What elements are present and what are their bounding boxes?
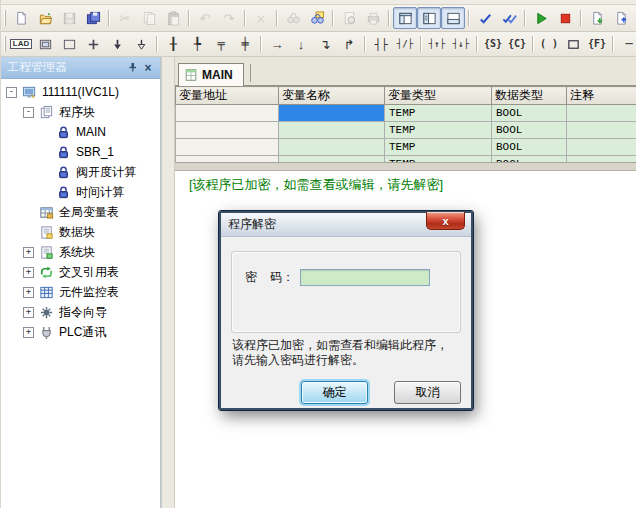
tree-item-program-valve-opening-calc[interactable]: 阀开度计算 xyxy=(1,162,160,182)
toolbar-grip[interactable] xyxy=(4,36,6,52)
insert-network-button[interactable]: ╄ xyxy=(185,33,209,55)
line-down-button[interactable]: ↓ xyxy=(289,33,313,55)
cancel-button[interactable]: 取消 xyxy=(394,381,461,404)
coil-button[interactable]: ( ) xyxy=(537,33,561,55)
down-arrow-outline-button[interactable] xyxy=(129,33,153,55)
pin-icon[interactable] xyxy=(124,60,140,75)
lad-mode-button[interactable]: LAD xyxy=(9,33,33,55)
set-instruction-button[interactable]: {S} xyxy=(481,33,505,55)
function-block-button[interactable] xyxy=(561,33,585,55)
f-instruction-button[interactable]: {F} xyxy=(585,33,609,55)
table-cell[interactable]: BOOL xyxy=(492,156,567,164)
column-header[interactable]: 注释 xyxy=(567,87,636,105)
new-icon xyxy=(14,11,29,26)
stop-button[interactable] xyxy=(553,7,577,29)
toggle-info-window-button[interactable] xyxy=(417,7,441,29)
tree-item-program-time-calc[interactable]: 时间计算 xyxy=(1,182,160,202)
table-cell[interactable]: BOOL xyxy=(492,122,567,139)
table-cell[interactable]: TEMP xyxy=(385,122,492,139)
collapse-icon[interactable]: - xyxy=(6,87,17,98)
insert-row-button[interactable]: ╂ xyxy=(161,33,185,55)
line-right-button[interactable]: → xyxy=(265,33,289,55)
count-instruction-button[interactable]: {C} xyxy=(505,33,529,55)
tree-item-global-variable-table[interactable]: 全局变量表 xyxy=(1,202,160,222)
table-cell[interactable] xyxy=(176,105,279,122)
contact-nc-button[interactable]: ┤/├ xyxy=(393,33,417,55)
table-cell[interactable]: BOOL xyxy=(492,105,567,122)
dialog-close-icon[interactable]: x xyxy=(426,212,465,230)
toggle-project-window-button[interactable] xyxy=(393,7,417,29)
table-cell[interactable] xyxy=(176,139,279,156)
contact-falling-button[interactable]: ┤↓├ xyxy=(449,33,473,55)
column-header[interactable]: 变量地址 xyxy=(176,87,279,105)
find-replace-button[interactable] xyxy=(305,7,329,29)
toolbar-grip[interactable] xyxy=(4,10,6,26)
collapse-icon[interactable]: - xyxy=(23,107,34,118)
table-cell[interactable] xyxy=(279,139,385,156)
password-input[interactable] xyxy=(300,269,430,286)
delete-row-button[interactable]: ╤ xyxy=(209,33,233,55)
table-cell[interactable] xyxy=(176,156,279,164)
line-turn-up-button[interactable]: ↱ xyxy=(337,33,361,55)
line-turn-down-button[interactable]: ↴ xyxy=(313,33,337,55)
contact-no-button[interactable]: ┤├ xyxy=(369,33,393,55)
table-cell[interactable]: TEMP xyxy=(385,139,492,156)
expand-icon[interactable]: + xyxy=(23,267,34,278)
toggle-output-window-button[interactable] xyxy=(441,7,465,29)
column-header[interactable]: 变量名称 xyxy=(279,87,385,105)
new-button[interactable] xyxy=(9,7,33,29)
ok-button[interactable]: 确定 xyxy=(301,381,368,404)
upload-button[interactable] xyxy=(609,7,633,29)
selected-cell[interactable] xyxy=(279,105,385,122)
select-box-button[interactable] xyxy=(57,33,81,55)
expand-icon[interactable]: + xyxy=(23,247,34,258)
table-cell[interactable] xyxy=(567,156,636,164)
table-cell[interactable]: BOOL xyxy=(492,139,567,156)
lock-icon xyxy=(56,145,71,160)
table-cell[interactable] xyxy=(279,156,385,164)
tree-item-program-blocks[interactable]: -程序块 xyxy=(1,102,160,122)
column-header[interactable]: 数据类型 xyxy=(492,87,567,105)
table-cell[interactable] xyxy=(567,139,636,156)
expand-icon[interactable]: + xyxy=(23,327,34,338)
run-button[interactable] xyxy=(529,7,553,29)
table-cell[interactable]: TEMP xyxy=(385,156,492,164)
expand-icon[interactable]: + xyxy=(23,307,34,318)
delete-network-button[interactable]: ╪ xyxy=(233,33,257,55)
down-arrow-filled-icon xyxy=(110,37,125,52)
compile-button[interactable] xyxy=(473,7,497,29)
tree-item-project-root[interactable]: -111111(IVC1L) xyxy=(1,82,160,102)
tree-item-data-block[interactable]: 数据块 xyxy=(1,222,160,242)
crosshair-button[interactable] xyxy=(81,33,105,55)
compile-all-button[interactable] xyxy=(497,7,521,29)
tab-main[interactable]: MAIN xyxy=(178,63,244,86)
dialog-titlebar[interactable]: 程序解密 x xyxy=(221,213,471,237)
save-all-button[interactable] xyxy=(81,7,105,29)
download-button[interactable] xyxy=(585,7,609,29)
dialog-info-text: 该程序已加密，如需查看和编辑此程序， 请先输入密码进行解密。 xyxy=(232,338,448,368)
table-cell[interactable] xyxy=(567,105,636,122)
table-cell[interactable] xyxy=(567,122,636,139)
tree-item-program-main[interactable]: MAIN xyxy=(1,122,160,142)
expand-icon[interactable]: + xyxy=(23,287,34,298)
down-arrow-filled-button[interactable] xyxy=(105,33,129,55)
table-cell[interactable] xyxy=(279,122,385,139)
close-icon[interactable]: × xyxy=(140,60,156,75)
project-manager-titlebar[interactable]: 工程管理器 × xyxy=(1,57,160,79)
table-cell[interactable] xyxy=(176,122,279,139)
tree-item-instruction-wizard[interactable]: +指令向导 xyxy=(1,302,160,322)
column-header[interactable]: 变量类型 xyxy=(385,87,492,105)
open-button[interactable] xyxy=(33,7,57,29)
tree-item-cross-reference-table[interactable]: +交叉引用表 xyxy=(1,262,160,282)
panel-splitter[interactable] xyxy=(161,57,175,508)
tree-item-program-sbr1[interactable]: SBR_1 xyxy=(1,142,160,162)
table-cell[interactable]: TEMP xyxy=(385,105,492,122)
comment-box-button[interactable] xyxy=(33,33,57,55)
tree-item-system-block[interactable]: +系统块 xyxy=(1,242,160,262)
window-bottom-icon xyxy=(446,11,461,26)
contact-rising-button[interactable]: ┤↑├ xyxy=(425,33,449,55)
tree-item-label: 时间计算 xyxy=(76,184,124,201)
tree-item-plc-communication[interactable]: +PLC通讯 xyxy=(1,322,160,342)
h-line-button[interactable]: ─ xyxy=(617,33,636,55)
tree-item-device-monitor-table[interactable]: +元件监控表 xyxy=(1,282,160,302)
